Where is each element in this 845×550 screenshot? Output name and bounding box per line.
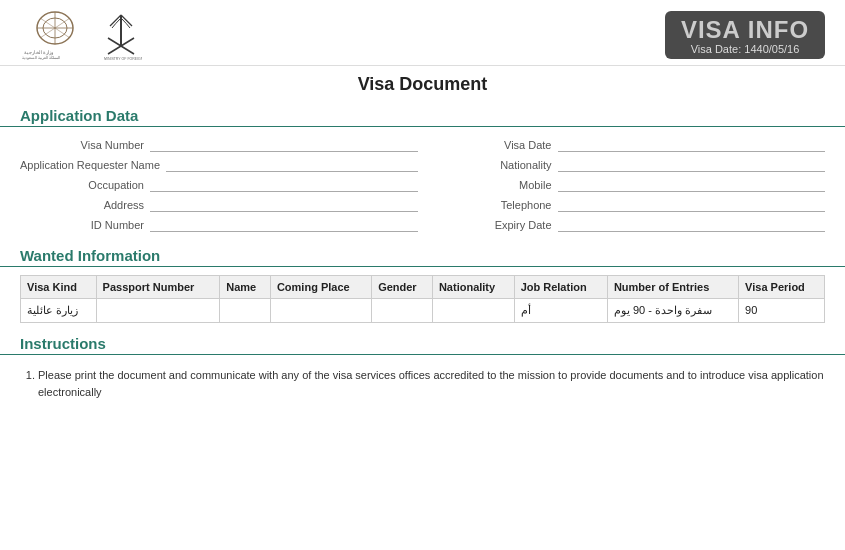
application-data-heading: Application Data [0, 101, 845, 127]
col-coming-place: Coming Place [270, 276, 371, 299]
visa-info-title: VISA INFO [679, 17, 811, 43]
field-requester-name: Application Requester Name [20, 155, 418, 175]
value-expiry-date [558, 218, 826, 232]
visa-info-box: VISA INFO Visa Date: 1440/05/16 [665, 11, 825, 59]
visa-date-label: Visa Date: [691, 43, 742, 55]
value-address [150, 198, 418, 212]
field-expiry-date: Expiry Date [428, 215, 826, 235]
visa-date-line: Visa Date: 1440/05/16 [679, 43, 811, 55]
header: وزارة الخارجية المملكة العربية السعودية … [0, 0, 845, 66]
field-address: Address [20, 195, 418, 215]
value-visa-number [150, 138, 418, 152]
logo-area: وزارة الخارجية المملكة العربية السعودية … [20, 10, 142, 60]
label-requester-name: Application Requester Name [20, 159, 166, 171]
field-visa-number: Visa Number [20, 135, 418, 155]
cell-nationality [432, 299, 514, 323]
col-gender: Gender [372, 276, 433, 299]
ministry-logo: وزارة الخارجية المملكة العربية السعودية [20, 10, 90, 60]
col-nationality: Nationality [432, 276, 514, 299]
instructions-list: Please print the document and communicat… [20, 367, 825, 400]
wanted-table: Visa Kind Passport Number Name Coming Pl… [20, 275, 825, 323]
label-address: Address [20, 199, 150, 211]
cell-visa-period: 90 [739, 299, 825, 323]
wanted-information-heading: Wanted Information [0, 241, 845, 267]
label-id-number: ID Number [20, 219, 150, 231]
label-telephone: Telephone [428, 199, 558, 211]
value-occupation [150, 178, 418, 192]
col-visa-kind: Visa Kind [21, 276, 97, 299]
application-data-grid: Visa Number Application Requester Name O… [20, 135, 825, 235]
field-visa-date: Visa Date [428, 135, 826, 155]
page: وزارة الخارجية المملكة العربية السعودية … [0, 0, 845, 413]
field-mobile: Mobile [428, 175, 826, 195]
svg-text:المملكة العربية السعودية: المملكة العربية السعودية [22, 55, 60, 60]
label-occupation: Occupation [20, 179, 150, 191]
field-telephone: Telephone [428, 195, 826, 215]
cell-gender [372, 299, 433, 323]
instruction-item-1: Please print the document and communicat… [38, 367, 825, 400]
cell-passport-number [96, 299, 220, 323]
col-name: Name [220, 276, 271, 299]
wanted-information: Visa Kind Passport Number Name Coming Pl… [0, 271, 845, 329]
label-visa-date: Visa Date [428, 139, 558, 151]
field-nationality: Nationality [428, 155, 826, 175]
field-occupation: Occupation [20, 175, 418, 195]
visa-info-text: VISA INFO [681, 16, 809, 43]
cell-coming-place [270, 299, 371, 323]
col-visa-period: Visa Period [739, 276, 825, 299]
label-expiry-date: Expiry Date [428, 219, 558, 231]
saudi-emblem: MINISTRY OF FOREIGN AFFAIRS [100, 10, 142, 60]
table-row: زيارة عائليةأمسفرة واحدة - 90 يوم90 [21, 299, 825, 323]
app-data-right: Visa Date Nationality Mobile Telephone E… [428, 135, 826, 235]
cell-visa-kind: زيارة عائلية [21, 299, 97, 323]
col-job-relation: Job Relation [514, 276, 607, 299]
label-mobile: Mobile [428, 179, 558, 191]
application-data: Visa Number Application Requester Name O… [0, 131, 845, 241]
label-visa-number: Visa Number [20, 139, 150, 151]
value-requester-name [166, 158, 417, 172]
value-telephone [558, 198, 826, 212]
instructions-heading: Instructions [0, 329, 845, 355]
visa-date-value: 1440/05/16 [744, 43, 799, 55]
cell-number-of-entries: سفرة واحدة - 90 يوم [607, 299, 738, 323]
value-visa-date [558, 138, 826, 152]
svg-text:MINISTRY OF FOREIGN AFFAIRS: MINISTRY OF FOREIGN AFFAIRS [104, 57, 142, 60]
value-id-number [150, 218, 418, 232]
app-data-left: Visa Number Application Requester Name O… [20, 135, 418, 235]
value-mobile [558, 178, 826, 192]
value-nationality [558, 158, 826, 172]
cell-job-relation: أم [514, 299, 607, 323]
col-passport-number: Passport Number [96, 276, 220, 299]
col-number-of-entries: Number of Entries [607, 276, 738, 299]
label-nationality: Nationality [428, 159, 558, 171]
cell-name [220, 299, 271, 323]
table-header-row: Visa Kind Passport Number Name Coming Pl… [21, 276, 825, 299]
document-title: Visa Document [0, 66, 845, 101]
instructions-section: Please print the document and communicat… [0, 359, 845, 413]
field-id-number: ID Number [20, 215, 418, 235]
